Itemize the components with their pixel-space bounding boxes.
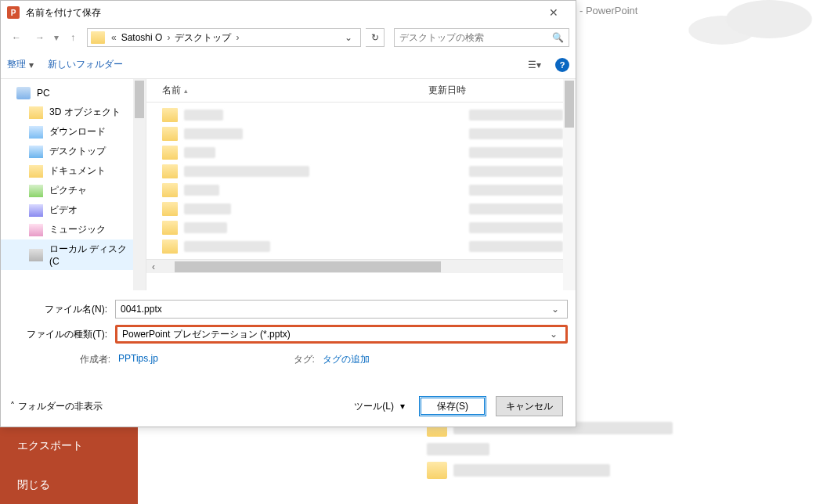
nav-back-button[interactable]: ← xyxy=(7,28,26,47)
file-list-vscrollbar[interactable] xyxy=(563,79,576,290)
close-menu-item[interactable]: 閉じる xyxy=(0,466,138,504)
column-name-header[interactable]: 名前▴ xyxy=(162,84,428,97)
organize-button[interactable]: 整理▾ xyxy=(7,58,34,71)
tree-music[interactable]: ミュージック xyxy=(1,220,146,239)
chevron-right-icon: › xyxy=(233,32,242,43)
cancel-button[interactable]: キャンセル xyxy=(496,396,563,416)
nav-forward-button[interactable]: → xyxy=(31,28,49,47)
search-box[interactable]: 🔍 xyxy=(394,28,569,47)
folder-tree[interactable]: PC 3D オブジェクト ダウンロード デスクトップ ドキュメント ピクチャ ビ… xyxy=(1,79,146,290)
view-options-button[interactable]: ☰▾ xyxy=(527,58,541,72)
close-button[interactable]: ✕ xyxy=(538,2,569,23)
file-row[interactable] xyxy=(156,143,563,162)
file-row[interactable] xyxy=(156,106,563,124)
tree-scrollbar[interactable] xyxy=(133,79,146,290)
chevron-right-icon: › xyxy=(164,32,173,43)
file-list-pane: 名前▴ 更新日時 ‹ › xyxy=(146,79,576,290)
search-input[interactable] xyxy=(399,32,552,43)
tree-downloads[interactable]: ダウンロード xyxy=(1,122,146,142)
file-row[interactable] xyxy=(156,162,563,181)
file-row[interactable] xyxy=(156,237,563,256)
file-list-hscrollbar[interactable]: ‹ › xyxy=(146,259,576,273)
filetype-dropdown[interactable]: ⌄ xyxy=(547,329,561,340)
save-button[interactable]: 保存(S) xyxy=(419,396,486,416)
help-button[interactable]: ? xyxy=(555,58,569,72)
chevron-up-icon: ˄ xyxy=(10,401,15,412)
tree-local-disk[interactable]: ローカル ディスク (C xyxy=(1,239,146,270)
filename-field[interactable]: ⌄ xyxy=(115,300,568,319)
filename-dropdown[interactable]: ⌄ xyxy=(548,304,562,315)
powerpoint-sidebar: エクスポート 閉じる xyxy=(0,427,138,504)
address-dropdown[interactable]: ⌄ xyxy=(340,32,357,43)
tree-desktop[interactable]: デスクトップ xyxy=(1,142,146,161)
hide-folders-toggle[interactable]: ˄ フォルダーの非表示 xyxy=(10,400,103,413)
address-bar[interactable]: « Satoshi O › デスクトップ › ⌄ xyxy=(87,28,361,47)
file-row[interactable] xyxy=(156,181,563,200)
filename-label: ファイル名(N): xyxy=(9,303,110,316)
breadcrumb-location[interactable]: デスクトップ xyxy=(173,31,233,45)
app-window-title: - PowerPoint xyxy=(580,5,637,16)
tag-add-link[interactable]: タグの追加 xyxy=(323,353,370,366)
file-row[interactable] xyxy=(156,218,563,237)
file-row[interactable] xyxy=(156,124,563,143)
folder-icon xyxy=(91,31,105,44)
filetype-field[interactable]: PowerPoint プレゼンテーション (*.pptx) ⌄ xyxy=(115,325,568,344)
tree-documents[interactable]: ドキュメント xyxy=(1,161,146,181)
tree-3d-objects[interactable]: 3D オブジェクト xyxy=(1,103,146,122)
filetype-value: PowerPoint プレゼンテーション (*.pptx) xyxy=(122,328,547,341)
dialog-title: 名前を付けて保存 xyxy=(26,6,101,20)
nav-up-button[interactable]: ↑ xyxy=(63,28,82,47)
filetype-label: ファイルの種類(T): xyxy=(9,328,110,341)
author-value[interactable]: PPTips.jp xyxy=(118,353,158,366)
tree-pictures[interactable]: ピクチャ xyxy=(1,181,146,200)
tree-videos[interactable]: ビデオ xyxy=(1,200,146,220)
save-as-dialog: P 名前を付けて保存 ✕ ← → ▾ ↑ « Satoshi O › デスクトッ… xyxy=(0,0,576,427)
filename-input[interactable] xyxy=(121,304,548,315)
column-date-header[interactable]: 更新日時 xyxy=(428,84,538,97)
tree-pc[interactable]: PC xyxy=(1,84,146,103)
new-folder-button[interactable]: 新しいフォルダー xyxy=(48,58,123,71)
powerpoint-icon: P xyxy=(7,6,20,19)
search-icon: 🔍 xyxy=(552,32,564,43)
breadcrumb-user[interactable]: Satoshi O xyxy=(120,32,164,43)
file-row[interactable] xyxy=(156,200,563,218)
refresh-button[interactable]: ↻ xyxy=(366,28,385,47)
author-label: 作成者: xyxy=(1,353,110,366)
tools-button[interactable]: ツール(L)▾ xyxy=(349,397,410,416)
breadcrumb-prefix: « xyxy=(108,32,120,43)
export-menu-item[interactable]: エクスポート xyxy=(0,427,138,466)
tag-label: タグ: xyxy=(283,353,315,366)
